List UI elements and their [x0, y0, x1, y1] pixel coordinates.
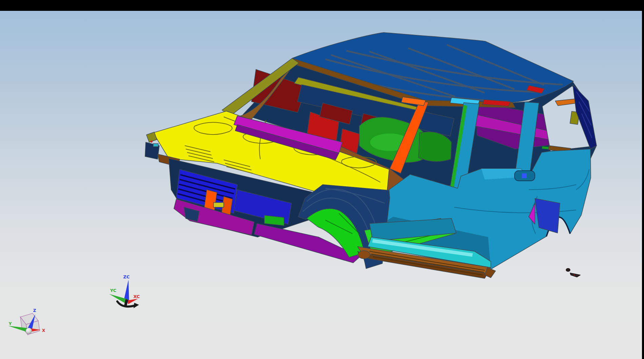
door-handle-blue-chip	[522, 173, 527, 178]
abs-z-label: Z	[33, 308, 36, 313]
debris-part-1[interactable]	[566, 269, 570, 272]
wcs-triad[interactable]: ZC YC XC	[109, 274, 140, 308]
wcs-z-label: ZC	[123, 274, 130, 279]
debris-part-2[interactable]	[570, 273, 580, 277]
corner-teal-chip[interactable]	[153, 144, 158, 147]
abs-triad: Z Y X	[8, 308, 45, 335]
model-canvas[interactable]: ZC YC XC Z Y X	[0, 0, 644, 359]
running-board-cap	[358, 251, 370, 259]
car-body-model[interactable]	[145, 33, 597, 278]
application-window: ZC YC XC Z Y X	[0, 0, 644, 359]
abs-origin-sphere	[26, 328, 32, 334]
engine-bay-green-chip[interactable]	[264, 215, 284, 226]
wcs-rotate-handle-head	[134, 303, 139, 308]
engine-bay-yellow-chip[interactable]	[214, 203, 224, 207]
wcs-y-label: YC	[110, 288, 117, 293]
corner-red-dot	[150, 141, 153, 143]
abs-x-label: X	[42, 328, 45, 333]
debris-red-dot	[573, 274, 575, 276]
abs-y-label: Y	[8, 321, 12, 326]
wcs-x-label: XC	[133, 294, 140, 299]
